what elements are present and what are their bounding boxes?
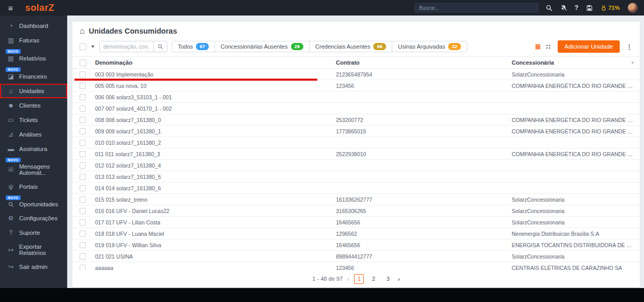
table-row[interactable]: 013 013 solarz7_161380_5 (72, 171, 640, 183)
column-concessionaria[interactable]: Concessionária (512, 59, 626, 66)
next-page-icon[interactable]: › (397, 275, 400, 283)
table-search-input[interactable] (100, 41, 154, 52)
cell-denominacao[interactable]: 005 005 rua nova. 10 (95, 83, 336, 89)
cell-denominacao[interactable]: 018 018 UFV - Luana Maciel (95, 231, 336, 237)
filter-funnel-icon[interactable]: ▼ (626, 61, 635, 65)
row-checkbox[interactable] (80, 94, 86, 100)
cell-denominacao[interactable]: 003 003 Implementação (95, 71, 336, 78)
prev-page-icon[interactable]: ‹ (347, 275, 349, 283)
sidebar-item-portais[interactable]: ψ Portais (0, 179, 67, 194)
gamification-score[interactable]: 71% (601, 5, 620, 11)
cell-denominacao[interactable]: 011 011 solarz7_161380_3 (95, 151, 336, 157)
row-checkbox[interactable] (80, 219, 86, 225)
filter-tab[interactable]: Concessionárias Ausentes 26 (215, 41, 310, 52)
column-denominacao[interactable]: Denominação (95, 59, 336, 66)
page-button-2[interactable]: 2 (369, 274, 378, 284)
filter-tab[interactable]: Todos 97 (172, 41, 215, 52)
table-row[interactable]: 016 016 UFV - Daniel Lucas22 3165306265 … (72, 205, 640, 217)
user-avatar[interactable] (627, 3, 638, 13)
sidebar-item-clientes[interactable]: ☻ Clientes (0, 98, 67, 113)
cell-denominacao[interactable]: 010 010 solarz7_161380_2 (95, 140, 336, 146)
table-row[interactable]: 011 011 solarz7_161380_3 2522938010 COMP… (72, 148, 640, 160)
chevron-down-icon[interactable]: ▼ (90, 44, 95, 49)
sidebar-item-financeiro[interactable]: NOVO ◪ Financeiro (0, 66, 67, 84)
sidebar-item-dashboard[interactable]: ◔ Dashboard (0, 19, 67, 33)
cell-denominacao[interactable]: 009 009 solarz7_161380_1 (95, 128, 336, 134)
save-icon[interactable] (586, 5, 593, 11)
row-checkbox[interactable] (80, 71, 86, 78)
row-checkbox[interactable] (80, 253, 86, 260)
table-row[interactable]: 014 014 solarz7_161380_6 (72, 183, 640, 194)
table-row[interactable]: 021 021 USINA 898944412777 SolarzConcess… (72, 251, 640, 262)
sidebar-item-exportar-relatorios[interactable]: ↦ Exportar Relatórios (0, 240, 67, 260)
header-checkbox[interactable] (80, 59, 86, 66)
table-row[interactable]: 003 003 Implementação 212365487954 Solar… (72, 69, 640, 80)
cell-denominacao[interactable]: 013 013 solarz7_161380_5 (95, 174, 336, 180)
row-checkbox[interactable] (80, 231, 86, 237)
sidebar-item-faturas[interactable]: ▥ Faturas (0, 33, 67, 48)
sidebar-item-mensagens-automaticas[interactable]: NOVO ☏ Mensagens Automát... (0, 156, 67, 179)
sidebar-item-suporte[interactable]: ? Suporte (0, 225, 67, 240)
row-checkbox[interactable] (80, 185, 86, 191)
filter-tab[interactable]: Credenciais Ausentes 66 (310, 41, 392, 52)
table-row[interactable]: 015 015 solarz_treino 161336262777 Solar… (72, 194, 640, 205)
grid-view-icon[interactable]: ∷ (546, 43, 550, 51)
row-checkbox[interactable] (80, 117, 86, 123)
row-checkbox[interactable] (80, 208, 86, 214)
cell-denominacao[interactable]: 017 017 UFV - Lilian Costa (95, 219, 336, 225)
table-row[interactable]: aaaaaa 123456 CENTRAIS ELÉTRICAS DE CARA… (72, 262, 640, 270)
table-row[interactable]: 017 017 UFV - Lilian Costa 16465656 Sola… (72, 217, 640, 228)
search-icon[interactable] (546, 5, 553, 11)
row-checkbox[interactable] (80, 83, 86, 89)
row-checkbox[interactable] (80, 140, 86, 146)
table-row[interactable]: 008 008 solarz7_161380_0 253200772 COMPA… (72, 114, 640, 126)
table-row[interactable]: 006 006 solarz3_53103_1 - 001 (72, 92, 640, 103)
help-icon[interactable]: ? (575, 4, 578, 11)
table-row[interactable]: 005 005 rua nova. 10 123456 COMPANHIA EN… (72, 80, 640, 92)
sidebar-item-analises[interactable]: ⊿ Análises (0, 127, 67, 142)
row-checkbox[interactable] (80, 174, 86, 180)
select-all-checkbox[interactable] (80, 43, 86, 50)
row-checkbox[interactable] (80, 197, 86, 203)
cell-denominacao[interactable]: 014 014 solarz7_161380_6 (95, 185, 336, 191)
column-contrato[interactable]: Contrato (336, 59, 512, 66)
table-search-button[interactable] (154, 41, 167, 52)
page-button-1[interactable]: 1 (354, 274, 364, 284)
sidebar-item-assinatura[interactable]: ▬ Assinatura (0, 142, 67, 156)
sidebar-item-sair-admin[interactable]: ↪ Sair admin (0, 260, 67, 274)
sidebar-item-configuracoes[interactable]: ⚙ Configurações (0, 211, 67, 225)
cell-denominacao[interactable]: 007 007 solarz4_40170_1 - 002 (95, 105, 336, 112)
filter-tab[interactable]: Usinas Arquivadas 32 (392, 41, 467, 52)
cell-denominacao[interactable]: aaaaaa (95, 265, 336, 271)
kebab-menu-icon[interactable]: ⋮ (626, 43, 633, 51)
row-checkbox[interactable] (80, 128, 86, 134)
cell-denominacao[interactable]: 006 006 solarz3_53103_1 - 001 (95, 94, 336, 100)
row-checkbox[interactable] (80, 105, 86, 112)
global-search-input[interactable] (415, 3, 539, 12)
page-button-3[interactable]: 3 (383, 274, 393, 284)
row-checkbox[interactable] (80, 242, 86, 248)
cell-denominacao[interactable]: 015 015 solarz_treino (95, 197, 336, 203)
sidebar-item-relatorios[interactable]: NOVO ▤ Relatórios (0, 48, 67, 66)
sidebar-item-tickets[interactable]: ▭ Tickets (0, 113, 67, 127)
notifications-off-icon[interactable] (560, 5, 567, 11)
table-row[interactable]: 009 009 solarz7_161380_1 1773865015 COMP… (72, 126, 640, 137)
cell-denominacao[interactable]: 019 019 UFV - Willian Silva (95, 242, 336, 248)
list-view-icon[interactable]: ≣ (535, 42, 541, 51)
sidebar-item-unidades[interactable]: ⌂ Unidades (0, 84, 67, 98)
cell-denominacao[interactable]: 016 016 UFV - Daniel Lucas22 (95, 208, 336, 214)
table-row[interactable]: 012 012 solarz7_161380_4 (72, 160, 640, 171)
row-checkbox[interactable] (80, 151, 86, 157)
table-row[interactable]: 018 018 UFV - Luana Maciel 1296562 Neoen… (72, 228, 640, 239)
sidebar-item-oportunidades[interactable]: NOVO Oportunidades (0, 194, 67, 211)
cell-denominacao[interactable]: 021 021 USINA (95, 253, 336, 260)
row-checkbox[interactable] (80, 162, 86, 169)
hamburger-menu-icon[interactable]: ≡ (8, 4, 13, 12)
table-row[interactable]: 019 019 UFV - Willian Silva 16465656 ENE… (72, 239, 640, 251)
table-row[interactable]: 007 007 solarz4_40170_1 - 002 (72, 103, 640, 114)
row-checkbox[interactable] (80, 265, 86, 271)
cell-denominacao[interactable]: 012 012 solarz7_161380_4 (95, 162, 336, 169)
table-row[interactable]: 010 010 solarz7_161380_2 (72, 137, 640, 148)
cell-denominacao[interactable]: 008 008 solarz7_161380_0 (95, 117, 336, 123)
add-unit-button[interactable]: Adicionar Unidade (558, 40, 620, 53)
